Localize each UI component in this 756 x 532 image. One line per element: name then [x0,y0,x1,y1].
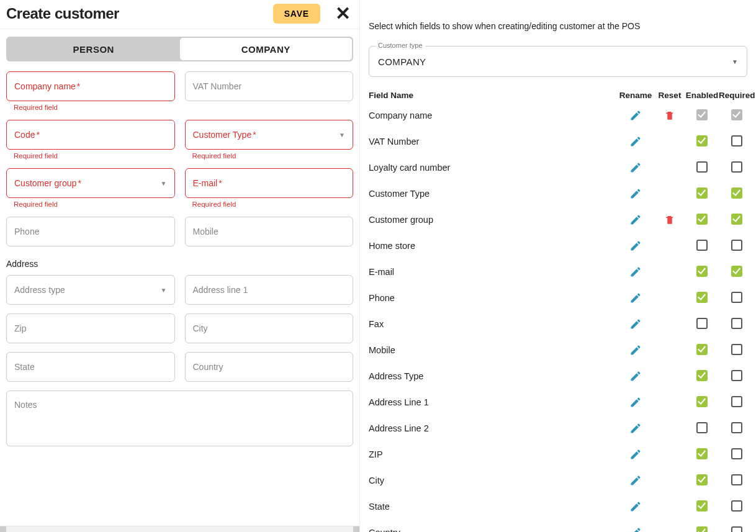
field-label: Address type [14,285,65,295]
rename-icon[interactable] [628,421,643,436]
required-checkbox[interactable] [731,318,742,329]
rename-icon[interactable] [628,160,643,175]
required-hint: Required field [192,201,354,208]
tab-bar: PERSON COMPANY [6,37,353,61]
rename-icon[interactable] [628,499,643,514]
enabled-checkbox[interactable] [696,161,708,173]
rename-icon[interactable] [628,134,643,149]
required-checkbox[interactable] [731,240,742,251]
required-checkbox[interactable] [731,422,742,433]
enabled-checkbox[interactable] [696,135,708,147]
required-checkbox[interactable] [731,526,742,533]
enabled-checkbox[interactable] [696,187,708,199]
phone-input[interactable]: Phone [6,217,175,246]
customer-type-config-select[interactable]: Customer type COMPANY ▼ [369,46,747,77]
reset-icon[interactable] [662,108,677,123]
enabled-checkbox[interactable] [696,526,708,533]
field-label: Country [193,362,223,372]
reset-icon[interactable] [662,212,677,227]
code-input[interactable]: Code* [6,120,175,150]
config-row: Phone [369,285,756,311]
vat-input[interactable]: VAT Number [185,71,354,101]
field-config-panel: Select which fields to show when creatin… [360,0,756,532]
enabled-checkbox[interactable] [696,240,708,251]
rename-icon[interactable] [628,317,643,331]
tab-person[interactable]: PERSON [7,38,180,60]
field-name-label: Company name [369,110,617,120]
enabled-checkbox[interactable] [696,422,708,433]
select-value: COMPANY [378,56,426,67]
field-name-label: Fax [369,319,617,329]
enabled-checkbox[interactable] [696,292,708,303]
rename-icon[interactable] [628,108,643,123]
rename-icon[interactable] [628,343,643,358]
rename-icon[interactable] [628,291,643,305]
address-line-1-input[interactable]: Address line 1 [185,275,354,305]
mobile-input[interactable]: Mobile [185,217,354,246]
country-input[interactable]: Country [185,352,354,382]
required-checkbox[interactable] [731,214,742,225]
rename-icon[interactable] [628,395,643,410]
enabled-checkbox[interactable] [696,500,708,512]
modal-header: Create customer SAVE ✕ [0,0,359,29]
required-checkbox[interactable] [731,187,742,199]
notes-textarea[interactable]: Notes [6,390,353,446]
tab-company[interactable]: COMPANY [180,38,353,60]
config-row: Company name [369,102,756,128]
required-checkbox[interactable] [731,448,742,459]
state-input[interactable]: State [6,352,175,382]
required-checkbox[interactable] [731,474,742,485]
field-label: Company name [14,81,76,91]
field-label: Zip [14,323,26,333]
email-input[interactable]: E-mail* [185,168,354,198]
field-name-label: E-mail [369,267,617,277]
required-hint: Required field [192,152,354,160]
required-hint: Required field [14,201,175,208]
field-name-label: VAT Number [369,137,617,147]
required-checkbox[interactable] [731,292,742,303]
enabled-checkbox[interactable] [696,370,708,381]
rename-icon[interactable] [628,369,643,384]
rename-icon[interactable] [628,212,643,227]
enabled-checkbox[interactable] [696,266,708,277]
config-row: Mobile [369,337,756,363]
save-button[interactable]: SAVE [273,4,320,24]
required-checkbox[interactable] [731,266,742,277]
field-name-label: ZIP [369,449,617,459]
enabled-checkbox[interactable] [696,396,708,407]
rename-icon[interactable] [628,447,643,462]
city-input[interactable]: City [185,313,354,343]
field-label: Notes [14,400,37,410]
enabled-checkbox[interactable] [696,344,708,355]
field-name-label: Address Line 1 [369,397,617,407]
enabled-checkbox[interactable] [696,318,708,329]
company-name-input[interactable]: Company name* [6,71,175,101]
enabled-checkbox[interactable] [696,214,708,225]
rename-icon[interactable] [628,473,643,488]
close-icon[interactable]: ✕ [333,4,353,23]
enabled-checkbox[interactable] [696,448,708,459]
rename-icon[interactable] [628,264,643,279]
chevron-down-icon: ▼ [732,58,738,65]
customer-type-select[interactable]: Customer Type* ▼ [185,120,354,150]
required-checkbox[interactable] [731,500,742,512]
required-checkbox[interactable] [731,161,742,173]
th-reset: Reset [654,91,685,100]
config-row: Home store [369,233,756,259]
rename-icon[interactable] [628,525,643,533]
field-name-label: Customer group [369,215,617,225]
rename-icon[interactable] [628,186,643,201]
customer-group-select[interactable]: Customer group* ▼ [6,168,175,198]
required-checkbox[interactable] [731,135,742,147]
address-type-select[interactable]: Address type ▼ [6,275,175,305]
required-checkbox[interactable] [731,344,742,355]
enabled-checkbox[interactable] [696,474,708,485]
required-checkbox[interactable] [731,396,742,407]
field-name-label: Mobile [369,345,617,355]
horizontal-scrollbar[interactable] [0,526,359,532]
required-checkbox[interactable] [731,370,742,381]
enabled-checkbox [696,109,708,120]
rename-icon[interactable] [628,238,643,253]
th-field-name: Field Name [369,91,617,100]
zip-input[interactable]: Zip [6,313,175,343]
